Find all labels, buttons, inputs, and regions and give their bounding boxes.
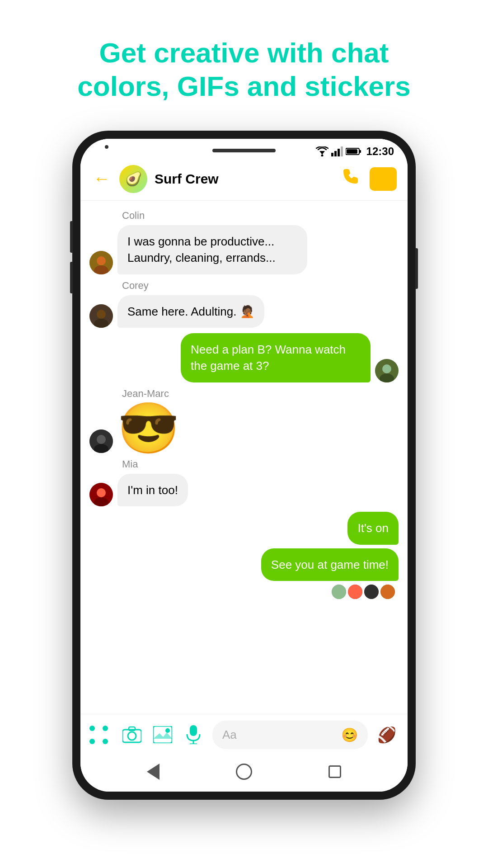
message-group-outgoing2: It's on See you at game time! — [89, 512, 399, 599]
back-nav-button[interactable] — [142, 761, 164, 783]
bottom-toolbar: Aa 😊 🏈 — [80, 714, 408, 755]
page-title: Get creative with chat colors, GIFs and … — [32, 0, 455, 131]
message-row-outgoing3: See you at game time! — [261, 548, 399, 581]
vol-up-button — [70, 221, 73, 253]
message-group-colin: Colin I was gonna be productive... Laund… — [89, 210, 399, 274]
group-avatar: 🥑 — [119, 165, 147, 193]
video-call-button[interactable] — [370, 167, 397, 191]
svg-rect-4 — [338, 149, 340, 156]
back-button[interactable]: ← — [91, 167, 112, 190]
svg-point-21 — [97, 435, 106, 444]
message-row-outgoing2: It's on — [347, 512, 399, 544]
wifi-icon — [316, 146, 328, 156]
svg-rect-8 — [347, 149, 357, 154]
message-group-outgoing1: Need a plan B? Wanna watch the game at 3… — [89, 333, 399, 382]
apps-button[interactable] — [89, 723, 113, 746]
message-row-mia: I'm in too! — [89, 474, 399, 506]
home-nav-button[interactable] — [233, 761, 255, 783]
chat-area: Colin I was gonna be productive... Laund… — [80, 201, 408, 714]
svg-point-35 — [165, 728, 170, 733]
phone-icon — [342, 168, 359, 185]
camera — [105, 145, 108, 149]
chat-header: ← 🥑 Surf Crew — [80, 160, 408, 201]
message-group-jm: Jean-Marc 😎 — [89, 388, 399, 453]
dot1 — [89, 726, 95, 731]
mic-icon — [186, 725, 201, 744]
input-placeholder: Aa — [222, 728, 341, 742]
svg-rect-32 — [129, 727, 135, 731]
bubble-mia: I'm in too! — [117, 474, 188, 506]
svg-point-18 — [382, 364, 391, 373]
sticker-jm: 😎 — [117, 403, 179, 453]
video-icon — [374, 170, 392, 184]
svg-rect-36 — [190, 725, 197, 736]
bubble-outgoing2: It's on — [347, 512, 399, 544]
svg-rect-9 — [374, 172, 386, 183]
football-button[interactable]: 🏈 — [375, 723, 399, 746]
seen-avatar-2 — [348, 585, 362, 599]
back-triangle-icon — [147, 764, 160, 780]
svg-rect-3 — [334, 151, 337, 156]
sender-label-colin: Colin — [122, 210, 399, 222]
battery-icon — [346, 147, 362, 156]
svg-rect-7 — [359, 150, 361, 153]
time-display: 12:30 — [366, 145, 394, 158]
svg-marker-0 — [319, 151, 325, 155]
message-row-colin: I was gonna be productive... Laundry, cl… — [89, 225, 399, 274]
status-icons: 12:30 — [316, 145, 394, 158]
group-name: Surf Crew — [155, 171, 334, 187]
svg-marker-10 — [386, 171, 392, 184]
svg-point-24 — [97, 488, 106, 497]
svg-marker-34 — [153, 732, 172, 739]
signal-icon — [331, 146, 343, 156]
bubble-outgoing3: See you at game time! — [261, 548, 399, 581]
message-row-corey: Same here. Adulting. 🤦🏾 — [89, 295, 399, 328]
gallery-button[interactable] — [151, 723, 174, 746]
nav-actions — [342, 167, 397, 191]
power-button — [415, 248, 418, 289]
avatar-corey — [89, 304, 113, 328]
svg-point-15 — [97, 310, 106, 319]
mic-button[interactable] — [182, 723, 205, 746]
seen-avatar-3 — [364, 585, 379, 599]
svg-rect-2 — [331, 153, 333, 156]
dot2 — [103, 726, 108, 731]
svg-point-12 — [97, 256, 106, 265]
recents-nav-button[interactable] — [324, 761, 346, 783]
svg-rect-33 — [153, 726, 172, 743]
sender-label-jm: Jean-Marc — [122, 388, 399, 400]
svg-point-29 — [380, 585, 395, 599]
bubble-outgoing1: Need a plan B? Wanna watch the game at 3… — [181, 333, 371, 382]
svg-rect-5 — [341, 146, 343, 156]
seen-avatar-1 — [332, 585, 346, 599]
svg-point-27 — [348, 585, 362, 599]
sender-label-mia: Mia — [122, 458, 399, 470]
home-circle-icon — [236, 764, 252, 780]
avatar-me — [375, 359, 399, 382]
football-icon: 🏈 — [377, 726, 396, 744]
svg-point-31 — [128, 732, 136, 740]
vol-down-button — [70, 262, 73, 293]
phone-screen: 12:30 ← 🥑 Surf Crew — [80, 139, 408, 792]
message-row-outgoing1: Need a plan B? Wanna watch the game at 3… — [181, 333, 399, 382]
seen-avatars — [332, 585, 395, 599]
avatar-mia — [89, 483, 113, 506]
camera-button[interactable] — [120, 723, 144, 746]
phone-nav-bar — [80, 755, 408, 792]
dot4 — [103, 739, 108, 744]
message-group-mia: Mia I'm in too! — [89, 458, 399, 506]
bubble-colin: I was gonna be productive... Laundry, cl… — [117, 225, 307, 274]
camera-icon — [122, 726, 141, 743]
sender-label-corey: Corey — [122, 280, 399, 292]
svg-point-28 — [364, 585, 379, 599]
gallery-icon — [153, 726, 172, 743]
recents-square-icon — [328, 765, 341, 778]
phone-mockup: 12:30 ← 🥑 Surf Crew — [72, 131, 416, 800]
seen-avatar-4 — [380, 585, 395, 599]
emoji-button[interactable]: 😊 — [341, 727, 358, 743]
dot3 — [89, 739, 95, 744]
avatar-jm — [89, 429, 113, 453]
message-row-jm: 😎 — [89, 403, 399, 453]
phone-call-button[interactable] — [342, 168, 359, 189]
message-input[interactable]: Aa 😊 — [212, 721, 368, 749]
